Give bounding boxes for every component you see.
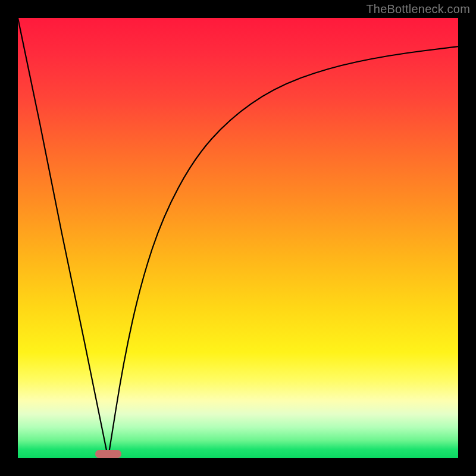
optimal-marker	[95, 450, 121, 458]
watermark-text: TheBottleneck.com	[366, 2, 470, 16]
bottleneck-curve	[18, 18, 458, 458]
chart-frame: TheBottleneck.com	[0, 0, 476, 476]
plot-area	[18, 18, 458, 458]
